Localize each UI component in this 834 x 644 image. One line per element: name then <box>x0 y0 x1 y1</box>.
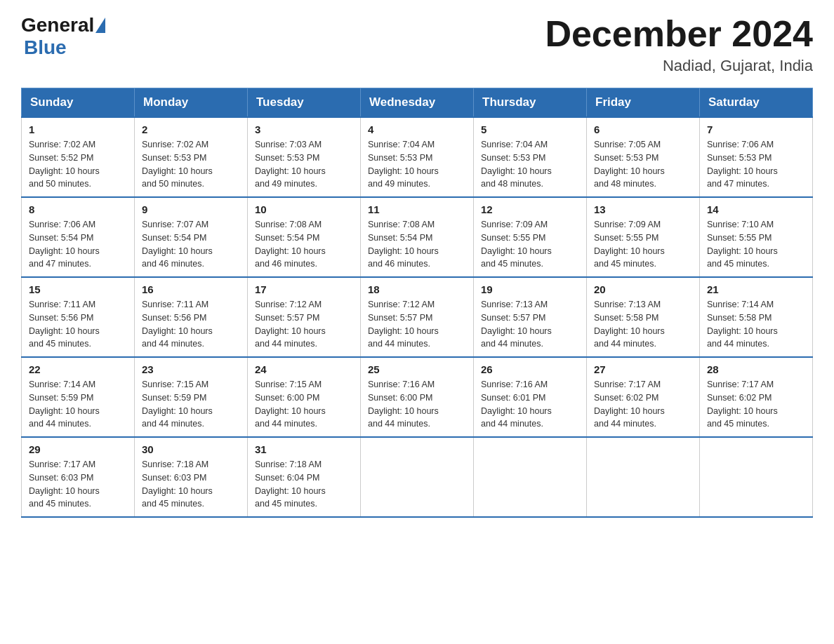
calendar-cell: 19 Sunrise: 7:13 AM Sunset: 5:57 PM Dayl… <box>474 277 587 357</box>
calendar-cell: 6 Sunrise: 7:05 AM Sunset: 5:53 PM Dayli… <box>587 117 700 197</box>
day-info: Sunrise: 7:11 AM Sunset: 5:56 PM Dayligh… <box>29 298 127 351</box>
calendar-cell: 5 Sunrise: 7:04 AM Sunset: 5:53 PM Dayli… <box>474 117 587 197</box>
calendar-cell <box>700 437 813 517</box>
calendar-cell <box>361 437 474 517</box>
week-row-1: 1 Sunrise: 7:02 AM Sunset: 5:52 PM Dayli… <box>22 117 813 197</box>
col-saturday: Saturday <box>700 88 813 118</box>
day-info: Sunrise: 7:18 AM Sunset: 6:04 PM Dayligh… <box>255 458 353 511</box>
day-number: 7 <box>707 123 805 135</box>
day-info: Sunrise: 7:18 AM Sunset: 6:03 PM Dayligh… <box>142 458 240 511</box>
month-title: December 2024 <box>545 14 813 54</box>
week-row-2: 8 Sunrise: 7:06 AM Sunset: 5:54 PM Dayli… <box>22 197 813 277</box>
day-number: 11 <box>368 203 466 215</box>
col-wednesday: Wednesday <box>361 88 474 118</box>
calendar-cell: 14 Sunrise: 7:10 AM Sunset: 5:55 PM Dayl… <box>700 197 813 277</box>
calendar-cell: 8 Sunrise: 7:06 AM Sunset: 5:54 PM Dayli… <box>22 197 135 277</box>
day-info: Sunrise: 7:17 AM Sunset: 6:02 PM Dayligh… <box>707 378 805 431</box>
day-number: 8 <box>29 203 127 215</box>
day-info: Sunrise: 7:02 AM Sunset: 5:52 PM Dayligh… <box>29 138 127 191</box>
day-number: 3 <box>255 123 353 135</box>
calendar-cell: 12 Sunrise: 7:09 AM Sunset: 5:55 PM Dayl… <box>474 197 587 277</box>
calendar-cell: 28 Sunrise: 7:17 AM Sunset: 6:02 PM Dayl… <box>700 357 813 437</box>
calendar-cell: 2 Sunrise: 7:02 AM Sunset: 5:53 PM Dayli… <box>135 117 248 197</box>
logo-general-text: General <box>21 14 94 36</box>
calendar-cell: 17 Sunrise: 7:12 AM Sunset: 5:57 PM Dayl… <box>248 277 361 357</box>
page-header: General Blue December 2024 Nadiad, Gujar… <box>21 14 813 75</box>
calendar-cell: 18 Sunrise: 7:12 AM Sunset: 5:57 PM Dayl… <box>361 277 474 357</box>
col-tuesday: Tuesday <box>248 88 361 118</box>
day-info: Sunrise: 7:15 AM Sunset: 6:00 PM Dayligh… <box>255 378 353 431</box>
day-info: Sunrise: 7:14 AM Sunset: 5:58 PM Dayligh… <box>707 298 805 351</box>
calendar-cell: 31 Sunrise: 7:18 AM Sunset: 6:04 PM Dayl… <box>248 437 361 517</box>
day-number: 6 <box>594 123 692 135</box>
day-info: Sunrise: 7:03 AM Sunset: 5:53 PM Dayligh… <box>255 138 353 191</box>
calendar-cell: 21 Sunrise: 7:14 AM Sunset: 5:58 PM Dayl… <box>700 277 813 357</box>
day-number: 17 <box>255 283 353 295</box>
day-number: 13 <box>594 203 692 215</box>
day-info: Sunrise: 7:06 AM Sunset: 5:54 PM Dayligh… <box>29 218 127 271</box>
day-info: Sunrise: 7:06 AM Sunset: 5:53 PM Dayligh… <box>707 138 805 191</box>
calendar-cell: 26 Sunrise: 7:16 AM Sunset: 6:01 PM Dayl… <box>474 357 587 437</box>
logo-blue-text: Blue <box>24 36 67 59</box>
calendar-table: Sunday Monday Tuesday Wednesday Thursday… <box>21 88 813 518</box>
calendar-cell: 15 Sunrise: 7:11 AM Sunset: 5:56 PM Dayl… <box>22 277 135 357</box>
day-info: Sunrise: 7:11 AM Sunset: 5:56 PM Dayligh… <box>142 298 240 351</box>
calendar-header-row: Sunday Monday Tuesday Wednesday Thursday… <box>22 88 813 118</box>
calendar-cell: 1 Sunrise: 7:02 AM Sunset: 5:52 PM Dayli… <box>22 117 135 197</box>
day-number: 2 <box>142 123 240 135</box>
calendar-cell: 16 Sunrise: 7:11 AM Sunset: 5:56 PM Dayl… <box>135 277 248 357</box>
col-thursday: Thursday <box>474 88 587 118</box>
day-info: Sunrise: 7:13 AM Sunset: 5:57 PM Dayligh… <box>481 298 579 351</box>
day-number: 19 <box>481 283 579 295</box>
day-number: 9 <box>142 203 240 215</box>
day-info: Sunrise: 7:10 AM Sunset: 5:55 PM Dayligh… <box>707 218 805 271</box>
day-number: 1 <box>29 123 127 135</box>
day-info: Sunrise: 7:02 AM Sunset: 5:53 PM Dayligh… <box>142 138 240 191</box>
col-monday: Monday <box>135 88 248 118</box>
day-number: 16 <box>142 283 240 295</box>
calendar-cell: 13 Sunrise: 7:09 AM Sunset: 5:55 PM Dayl… <box>587 197 700 277</box>
day-info: Sunrise: 7:17 AM Sunset: 6:02 PM Dayligh… <box>594 378 692 431</box>
day-number: 27 <box>594 363 692 375</box>
calendar-cell: 9 Sunrise: 7:07 AM Sunset: 5:54 PM Dayli… <box>135 197 248 277</box>
day-info: Sunrise: 7:08 AM Sunset: 5:54 PM Dayligh… <box>255 218 353 271</box>
day-number: 10 <box>255 203 353 215</box>
day-info: Sunrise: 7:12 AM Sunset: 5:57 PM Dayligh… <box>368 298 466 351</box>
day-number: 18 <box>368 283 466 295</box>
calendar-cell <box>587 437 700 517</box>
location-subtitle: Nadiad, Gujarat, India <box>545 57 813 75</box>
day-number: 26 <box>481 363 579 375</box>
calendar-cell <box>474 437 587 517</box>
day-info: Sunrise: 7:16 AM Sunset: 6:01 PM Dayligh… <box>481 378 579 431</box>
day-info: Sunrise: 7:16 AM Sunset: 6:00 PM Dayligh… <box>368 378 466 431</box>
col-friday: Friday <box>587 88 700 118</box>
calendar-cell: 7 Sunrise: 7:06 AM Sunset: 5:53 PM Dayli… <box>700 117 813 197</box>
col-sunday: Sunday <box>22 88 135 118</box>
calendar-cell: 11 Sunrise: 7:08 AM Sunset: 5:54 PM Dayl… <box>361 197 474 277</box>
week-row-4: 22 Sunrise: 7:14 AM Sunset: 5:59 PM Dayl… <box>22 357 813 437</box>
day-number: 30 <box>142 443 240 455</box>
day-info: Sunrise: 7:07 AM Sunset: 5:54 PM Dayligh… <box>142 218 240 271</box>
calendar-cell: 23 Sunrise: 7:15 AM Sunset: 5:59 PM Dayl… <box>135 357 248 437</box>
day-info: Sunrise: 7:13 AM Sunset: 5:58 PM Dayligh… <box>594 298 692 351</box>
title-section: December 2024 Nadiad, Gujarat, India <box>545 14 813 75</box>
day-info: Sunrise: 7:04 AM Sunset: 5:53 PM Dayligh… <box>481 138 579 191</box>
day-number: 23 <box>142 363 240 375</box>
calendar-cell: 29 Sunrise: 7:17 AM Sunset: 6:03 PM Dayl… <box>22 437 135 517</box>
calendar-cell: 30 Sunrise: 7:18 AM Sunset: 6:03 PM Dayl… <box>135 437 248 517</box>
calendar-cell: 3 Sunrise: 7:03 AM Sunset: 5:53 PM Dayli… <box>248 117 361 197</box>
calendar-cell: 4 Sunrise: 7:04 AM Sunset: 5:53 PM Dayli… <box>361 117 474 197</box>
day-info: Sunrise: 7:17 AM Sunset: 6:03 PM Dayligh… <box>29 458 127 511</box>
week-row-5: 29 Sunrise: 7:17 AM Sunset: 6:03 PM Dayl… <box>22 437 813 517</box>
day-number: 5 <box>481 123 579 135</box>
day-info: Sunrise: 7:05 AM Sunset: 5:53 PM Dayligh… <box>594 138 692 191</box>
week-row-3: 15 Sunrise: 7:11 AM Sunset: 5:56 PM Dayl… <box>22 277 813 357</box>
day-info: Sunrise: 7:14 AM Sunset: 5:59 PM Dayligh… <box>29 378 127 431</box>
day-number: 29 <box>29 443 127 455</box>
calendar-cell: 10 Sunrise: 7:08 AM Sunset: 5:54 PM Dayl… <box>248 197 361 277</box>
day-info: Sunrise: 7:15 AM Sunset: 5:59 PM Dayligh… <box>142 378 240 431</box>
day-number: 20 <box>594 283 692 295</box>
day-number: 14 <box>707 203 805 215</box>
day-info: Sunrise: 7:12 AM Sunset: 5:57 PM Dayligh… <box>255 298 353 351</box>
calendar-cell: 27 Sunrise: 7:17 AM Sunset: 6:02 PM Dayl… <box>587 357 700 437</box>
